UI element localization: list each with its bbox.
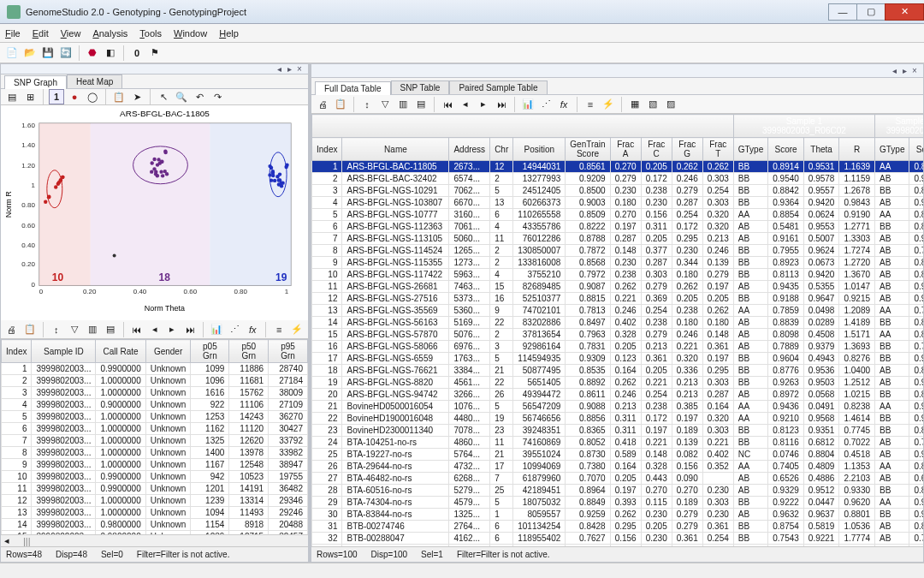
col-header[interactable]: GenTrain Score	[566, 138, 610, 161]
undo-icon[interactable]: ↶	[192, 89, 207, 104]
tab-paired-sample[interactable]: Paired Sample Table	[449, 80, 547, 94]
cols-icon[interactable]: ▥	[395, 97, 411, 112]
table-row[interactable]: 143999802003...0.9800000Unknown115489182…	[2, 519, 308, 531]
next-icon[interactable]: ▸	[165, 322, 181, 337]
cols2-icon[interactable]: ▤	[103, 322, 118, 337]
close-button[interactable]: ✕	[885, 3, 924, 21]
table-row[interactable]: 43999802003...0.9000000Unknown9221110627…	[2, 399, 308, 411]
table-row[interactable]: 133999802003...1.0000000Unknown109411493…	[2, 507, 308, 519]
table-row[interactable]: 73999802003...1.0000000Unknown1325126203…	[2, 435, 308, 447]
col-header[interactable]: p05 Grn	[191, 340, 229, 363]
prev-icon[interactable]: ◂	[458, 97, 473, 112]
panel-prev-icon[interactable]: ◂	[274, 64, 284, 74]
col-header[interactable]: Gender	[145, 340, 191, 363]
copy-icon[interactable]: 📋	[333, 97, 348, 112]
first-icon[interactable]: ⏮	[129, 322, 145, 337]
col-header[interactable]: GType	[733, 138, 767, 161]
table-row[interactable]: 21BovineHD05000160541076...5565472090.90…	[312, 401, 924, 413]
save-icon[interactable]: 💾	[40, 45, 56, 61]
flag-icon[interactable]: ⚑	[147, 45, 163, 61]
menu-window[interactable]: Window	[174, 28, 207, 39]
one-button[interactable]: 1	[49, 89, 64, 104]
refresh-icon[interactable]: 🔄	[58, 45, 74, 61]
table-row[interactable]: 25BTA-19227-no-rs5764...21395510240.8730…	[312, 449, 924, 461]
bolt-icon[interactable]: ⚡	[289, 322, 305, 337]
maximize-button[interactable]: ▢	[856, 3, 886, 21]
minimize-button[interactable]: —	[828, 3, 857, 21]
extra1-icon[interactable]: ▦	[627, 97, 643, 112]
table-row[interactable]: 6ARS-BFGL-NGS-1123637061...4433557860.82…	[312, 221, 924, 233]
panel-close-icon[interactable]: ×	[294, 64, 305, 74]
print-icon[interactable]: 🖨	[4, 322, 20, 337]
scatter-icon[interactable]: ⋰	[538, 97, 554, 112]
next-icon[interactable]: ▸	[476, 97, 491, 112]
samples-scroll[interactable]: IndexSample IDCall RateGenderp05 Grnp50 …	[1, 339, 308, 534]
table-row[interactable]: 24BTA-104251-no-rs4860...11741608690.805…	[312, 437, 924, 449]
table-row[interactable]: 3ARS-BFGL-NGS-102917062...5245124050.850…	[312, 185, 924, 197]
bars-icon[interactable]: ≡	[583, 97, 598, 112]
table-row[interactable]: 22BovineHD19000160484480...19567466560.8…	[312, 413, 924, 425]
table-row[interactable]: 18ARS-BFGL-NGS-766213384...21508774950.8…	[312, 365, 924, 377]
menu-edit[interactable]: Edit	[33, 28, 49, 39]
table-row[interactable]: 28BTA-60516-no-rs5279...25421894510.8964…	[312, 485, 924, 497]
col-header[interactable]: Frac T	[702, 138, 733, 161]
prev-icon[interactable]: ◂	[147, 322, 163, 337]
table-row[interactable]: 5ARS-BFGL-NGS-107773160...61102655580.85…	[312, 209, 924, 221]
menu-view[interactable]: View	[61, 28, 81, 39]
copy-icon[interactable]: 📋	[22, 322, 38, 337]
col-header[interactable]: Address	[449, 138, 490, 161]
table-row[interactable]: 32BTB-002880474162...61189554020.76270.1…	[312, 533, 924, 545]
table-row[interactable]: 27BTA-46482-no-rs6268...7618799600.70700…	[312, 473, 924, 485]
samples-table[interactable]: IndexSample IDCall RateGenderp05 Grnp50 …	[1, 339, 308, 534]
table-row[interactable]: 13ARS-BFGL-NGS-355695360...9747021010.78…	[312, 305, 924, 317]
dot-icon[interactable]: ●	[67, 89, 82, 104]
table-row[interactable]: 9ARS-BFGL-NGS-1153551273...21338160080.8…	[312, 257, 924, 269]
col-header[interactable]: Frac G	[672, 138, 702, 161]
col-header[interactable]: Frac A	[610, 138, 641, 161]
panel-prev-icon[interactable]: ◂	[889, 66, 899, 75]
table-row[interactable]: 103999802003...0.9900000Unknown942105231…	[2, 471, 308, 483]
menu-analysis[interactable]: Analysis	[92, 28, 127, 39]
menu-file[interactable]: File	[5, 28, 21, 39]
col-header[interactable]: Index	[2, 340, 32, 363]
first-icon[interactable]: ⏮	[440, 97, 455, 112]
ellipse-icon[interactable]: ◯	[85, 89, 100, 104]
table-row[interactable]: 53999802003...1.0000000Unknown1253142433…	[2, 411, 308, 423]
filter-icon[interactable]: ▽	[377, 97, 393, 112]
col-header[interactable]: Index	[312, 138, 342, 161]
table-row[interactable]: 23999802003...1.0000000Unknown1096116812…	[2, 375, 308, 387]
cols2-icon[interactable]: ▤	[413, 97, 429, 112]
chart-icon[interactable]: 📊	[520, 97, 536, 112]
table-row[interactable]: 14ARS-BFGL-NGS-561635169...22832028860.8…	[312, 317, 924, 329]
last-icon[interactable]: ⏭	[182, 322, 198, 337]
print-icon[interactable]: 🖨	[315, 97, 330, 112]
table-row[interactable]: 2ARS-BFGL-BAC-324026574...2132779930.920…	[312, 173, 924, 185]
col-header[interactable]: Score	[909, 138, 923, 161]
col-header[interactable]: R	[839, 138, 875, 161]
cluster-icon[interactable]: ⬣	[85, 45, 100, 61]
panel-close-icon[interactable]: ×	[909, 66, 920, 75]
filter-icon[interactable]: ▽	[67, 322, 82, 337]
table-row[interactable]: 63999802003...1.0000000Unknown1162111203…	[2, 423, 308, 435]
col-header[interactable]: p95 Grn	[269, 340, 308, 363]
table-row[interactable]: 31BTB-002747462764...61011342540.84280.2…	[312, 521, 924, 533]
table-row[interactable]: 23BovineHD23000113407078...23392483510.8…	[312, 425, 924, 437]
table-row[interactable]: 33999802003...1.0000000Unknown1616157623…	[2, 387, 308, 399]
bolt-icon[interactable]: ⚡	[601, 97, 616, 112]
last-icon[interactable]: ⏭	[494, 97, 509, 112]
col-header[interactable]: Score	[768, 138, 804, 161]
full-data-scroll[interactable]: Sample 13999802003_R06C02Sample399980200…	[311, 114, 923, 546]
col-header[interactable]: p50 Grn	[229, 340, 269, 363]
grid-icon[interactable]: ⊞	[22, 89, 38, 104]
table-row[interactable]: 123999802003...1.0000000Unknown123913314…	[2, 495, 308, 507]
palette-icon[interactable]: ◧	[103, 45, 118, 61]
extra2-icon[interactable]: ▧	[645, 97, 660, 112]
extra3-icon[interactable]: ▨	[663, 97, 678, 112]
table-row[interactable]: 15ARS-BFGL-NGS-578705076...2378136540.79…	[312, 329, 924, 341]
full-data-table[interactable]: Sample 13999802003_R06C02Sample399980200…	[311, 114, 923, 546]
col-header[interactable]: Name	[342, 138, 449, 161]
sort-icon[interactable]: ↕	[49, 322, 64, 337]
tab-snp-table[interactable]: SNP Table	[391, 80, 450, 94]
col-header[interactable]: Frac C	[641, 138, 672, 161]
table-row[interactable]: 19ARS-BFGL-NGS-88204561...2256514050.889…	[312, 377, 924, 389]
